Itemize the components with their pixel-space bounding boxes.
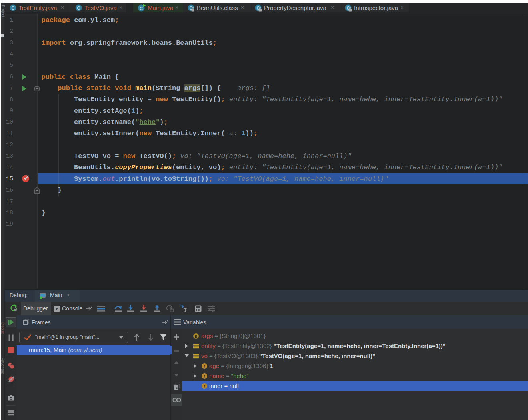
svg-text:C: C (12, 6, 15, 10)
svg-text:C: C (140, 6, 143, 11)
svg-text:C: C (77, 6, 80, 10)
svg-text:p: p (195, 334, 198, 338)
